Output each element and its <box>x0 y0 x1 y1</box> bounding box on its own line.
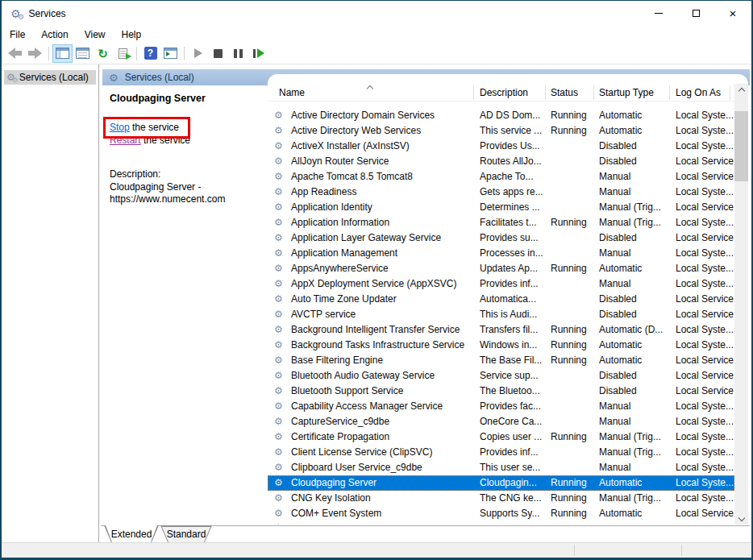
table-row[interactable]: ⚙Background Tasks Infrastructure Service… <box>268 338 734 353</box>
cell-name: ⚙AVCTP service <box>268 307 473 322</box>
column-header-description[interactable]: Description <box>473 84 545 102</box>
scroll-down-button[interactable] <box>734 511 748 525</box>
cell-startup-type: Automatic <box>593 123 669 139</box>
results-pane-title: Services (Local) <box>125 72 194 83</box>
forward-button[interactable] <box>25 44 45 63</box>
pause-service-button[interactable] <box>228 44 248 63</box>
cell-name: ⚙Active Directory Web Services <box>268 123 473 139</box>
table-row[interactable]: ⚙Application Information Facilitates t..… <box>268 215 734 230</box>
table-row[interactable]: ⚙Clipboard User Service_c9dbe This user … <box>268 460 734 475</box>
selected-service-name: Cloudpaging Server <box>110 93 206 104</box>
table-row[interactable]: ⚙Active Directory Domain Services AD DS … <box>268 108 734 123</box>
table-row[interactable]: ⚙Client License Service (ClipSVC) Provid… <box>268 445 734 460</box>
show-action-pane-button[interactable] <box>160 44 181 63</box>
tree-item-label: Services (Local) <box>19 72 89 83</box>
cell-description: Determines ... <box>473 200 545 215</box>
vertical-scrollbar[interactable] <box>734 84 748 525</box>
table-row[interactable]: ⚙COM+ Event System Supports Sy... Runnin… <box>268 506 734 521</box>
cell-status: Running <box>545 475 593 491</box>
cell-name: ⚙CNG Key Isolation <box>268 491 473 506</box>
column-divider[interactable] <box>545 85 546 100</box>
column-header-startup-type[interactable]: Startup Type <box>593 84 669 102</box>
stop-service-button[interactable] <box>208 44 228 63</box>
tab-extended[interactable]: Extended <box>104 525 159 542</box>
table-row[interactable]: ⚙Certificate Propagation Copies user ...… <box>268 429 734 445</box>
table-row[interactable]: ⚙Bluetooth Audio Gateway Service Service… <box>268 368 734 384</box>
table-row[interactable]: ⚙Active Directory Web Services This serv… <box>268 123 734 139</box>
table-row[interactable]: ⚙Auto Time Zone Updater Automatica... Di… <box>268 292 734 307</box>
export-list-button[interactable] <box>113 44 133 63</box>
table-row[interactable]: ⚙Application Management Processes in... … <box>268 246 734 261</box>
forward-arrow-icon <box>27 48 43 59</box>
table-row[interactable]: ⚙Base Filtering Engine The Base Fil... R… <box>268 353 734 368</box>
console-tree-panel: ⚙⚙ Services (Local) <box>2 64 99 542</box>
cell-startup-type: Disabled <box>593 230 669 246</box>
back-button[interactable] <box>5 44 25 63</box>
cell-description: This service ... <box>473 123 545 139</box>
maximize-button[interactable] <box>677 1 714 26</box>
tab-standard[interactable]: Standard <box>160 525 212 542</box>
cell-name: ⚙Bluetooth Audio Gateway Service <box>268 368 473 384</box>
service-gear-icon: ⚙ <box>274 185 283 200</box>
minimize-button[interactable] <box>640 1 677 26</box>
menu-action[interactable]: Action <box>33 27 76 42</box>
service-gear-icon: ⚙ <box>274 292 283 307</box>
cell-description: This user se... <box>473 460 545 475</box>
table-row[interactable]: ⚙Background Intelligent Transfer Service… <box>268 322 734 338</box>
table-row[interactable]: ⚙Application Identity Determines ... Man… <box>268 200 734 215</box>
cell-log-on-as: Local Syste... <box>669 445 734 460</box>
refresh-button[interactable]: ↻ <box>93 44 113 63</box>
stop-service-link[interactable]: Stop <box>110 122 130 133</box>
table-row[interactable]: ⚙AppsAnywhereService Updates Ap... Runni… <box>268 261 734 276</box>
cell-startup-type: Manual <box>593 414 669 429</box>
restart-service-link[interactable]: Restart <box>110 135 141 146</box>
service-gear-icon: ⚙ <box>274 154 283 169</box>
restart-service-button[interactable] <box>248 44 268 63</box>
export-list-icon <box>119 48 127 59</box>
menu-help[interactable]: Help <box>114 27 150 42</box>
show-console-tree-button[interactable] <box>52 44 73 63</box>
table-row[interactable]: ⚙ActiveX Installer (AxInstSV) Provides U… <box>268 139 734 154</box>
table-row[interactable]: ⚙CNG Key Isolation The CNG ke... Running… <box>268 491 734 506</box>
table-row[interactable]: ⚙Cloudpaging Server Cloudpagin... Runnin… <box>268 475 734 491</box>
column-divider[interactable] <box>593 85 594 100</box>
close-button[interactable]: × <box>714 1 751 26</box>
cell-name: ⚙Application Management <box>268 246 473 261</box>
cell-startup-type: Automatic <box>593 108 669 123</box>
table-row[interactable]: ⚙Bluetooth Support Service The Bluetoo..… <box>268 384 734 399</box>
cell-name: ⚙ActiveX Installer (AxInstSV) <box>268 139 473 154</box>
menu-view[interactable]: View <box>77 27 114 42</box>
column-header-status[interactable]: Status <box>545 84 593 102</box>
table-row[interactable]: ⚙Application Layer Gateway Service Provi… <box>268 230 734 246</box>
scrollbar-thumb[interactable] <box>734 111 748 181</box>
column-divider[interactable] <box>730 85 730 100</box>
service-gear-icon: ⚙ <box>274 307 283 322</box>
toolbar-separator <box>136 47 137 60</box>
table-row[interactable]: ⚙Capability Access Manager Service Provi… <box>268 399 734 414</box>
table-row[interactable]: ⚙AVCTP service This is Audi... Disabled … <box>268 307 734 322</box>
start-service-button[interactable] <box>188 44 208 63</box>
column-header-log-on-as[interactable]: Log On As <box>669 84 734 102</box>
column-divider[interactable] <box>669 85 670 100</box>
menu-file[interactable]: File <box>2 27 33 42</box>
cell-status <box>545 307 593 322</box>
cell-status <box>545 154 593 169</box>
cell-name: ⚙Application Identity <box>268 200 473 215</box>
cell-status <box>545 292 593 307</box>
table-row[interactable]: ⚙App Readiness Gets apps re... Manual Lo… <box>268 185 734 200</box>
help-button[interactable]: ? <box>140 44 160 63</box>
sidebar-item-services-local[interactable]: ⚙⚙ Services (Local) <box>4 70 96 85</box>
scroll-up-button[interactable] <box>734 84 748 97</box>
table-row[interactable]: ⚙CaptureService_c9dbe OneCore Ca... Manu… <box>268 414 734 429</box>
cell-description: Supports Sy... <box>473 506 545 521</box>
status-bar <box>2 542 751 558</box>
table-row[interactable]: ⚙Apache Tomcat 8.5 Tomcat8 Apache To... … <box>268 169 734 185</box>
properties-button[interactable] <box>73 44 93 63</box>
column-divider[interactable] <box>473 85 474 100</box>
table-row[interactable]: ⚙AppX Deployment Service (AppXSVC) Provi… <box>268 276 734 292</box>
service-gear-icon: ⚙ <box>274 475 283 491</box>
cell-description: Gets apps re... <box>473 185 545 200</box>
service-gear-icon: ⚙ <box>274 399 283 414</box>
cell-name: ⚙Capability Access Manager Service <box>268 399 473 414</box>
table-row[interactable]: ⚙AllJoyn Router Service Routes AllJo... … <box>268 154 734 169</box>
